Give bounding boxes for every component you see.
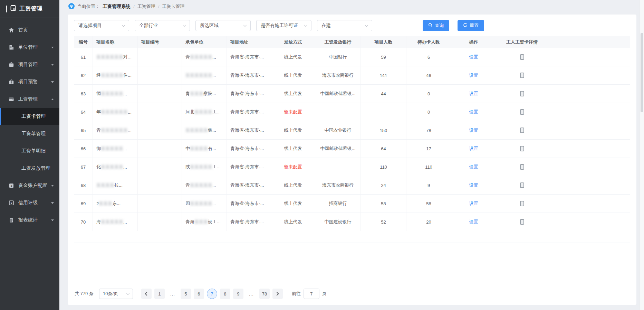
scrollbar-thumb[interactable] [641,33,643,112]
project-name: 海某某某某某... [93,213,138,231]
pay-bank [315,158,361,176]
page-button[interactable]: 7 [207,289,217,299]
credit-rating-icon: ¥ [8,200,14,206]
page-button[interactable]: 78 [259,289,270,299]
sidebar-item-fund-account[interactable]: ¥ 资金账户配置 [0,177,59,194]
settings-link[interactable]: 设置 [469,164,478,170]
project-name-redacted: 某某某某某 [101,91,123,97]
project-name: 循某某某某某... [93,85,138,103]
pending-card-count: 78 [406,121,451,139]
page-button[interactable]: 8 [220,289,230,299]
region-select[interactable]: 所选区域 [195,20,251,31]
settings-link[interactable]: 设置 [469,54,478,60]
status-select[interactable]: 在建 [317,20,372,31]
row-number: 70 [74,213,93,231]
prev-page-button[interactable] [141,289,152,299]
content-card: 请选择项目 全部行业 所选区域 是否有施工许可证 在建 [68,15,636,305]
contractor: 某某某某某集... [182,121,227,139]
card-detail-icon[interactable] [520,146,524,151]
search-button[interactable]: 查询 [423,20,449,31]
contractor: 陕某某某某某工... [182,158,227,176]
actions-cell: 设置 [451,48,496,66]
pay-method: 暂未配置 [271,158,315,176]
card-detail-icon[interactable] [520,54,524,60]
sub-item-label: 工资卡管理 [21,113,46,120]
sidebar-item-payroll-mgmt[interactable]: 工资单管理 [0,125,59,142]
refresh-icon [463,23,468,28]
project-name-clear: 化 [96,164,101,170]
settings-link[interactable]: 设置 [469,91,478,97]
goto-page-input[interactable] [304,289,319,299]
vertical-scrollbar [640,0,644,310]
pending-card-count: 9 [406,176,451,194]
report-icon [8,217,14,223]
filler-cell [548,66,630,84]
pending-card-count: 0 [406,103,451,121]
contractor-clear: 四 [185,200,190,207]
project-code [138,140,182,158]
card-detail-icon[interactable] [520,128,524,133]
permit-select[interactable]: 是否有施工许可证 [256,20,311,31]
project-name-redacted: 某某某某某某 [101,109,128,115]
sidebar-item-wage-card-mgmt[interactable]: 工资卡管理 [0,108,59,125]
worker-card-detail-cell [496,103,548,121]
page-button[interactable]: 1 [154,289,165,299]
industry-select[interactable]: 全部行业 [135,20,190,31]
worker-card-detail-cell [496,158,548,176]
settings-link[interactable]: 设置 [469,182,478,188]
sidebar-item-label: 报表统计 [18,217,51,223]
sidebar-item-projects[interactable]: 项目管理 [0,56,59,73]
page-ellipsis: ... [167,289,178,299]
actions-cell: 设置 [451,121,496,139]
sidebar-item-label: 工资管理 [18,96,51,102]
sidebar-item-wage-issue-mgmt[interactable]: 工资发放管理 [0,160,59,177]
sidebar-item-wages[interactable]: 工资管理 [0,91,59,108]
sidebar-item-label: 首页 [18,27,54,33]
card-detail-icon[interactable] [520,73,524,78]
project-select[interactable]: 请选择项目 [74,20,129,31]
settings-link[interactable]: 设置 [469,200,478,207]
breadcrumb-item[interactable]: 工资卡管理 [162,3,184,10]
breadcrumb-root[interactable]: 工资管理系统 [103,3,131,10]
project-name-suffix: ... [123,165,127,170]
table-empty-strip [74,231,630,243]
breadcrumb-item[interactable]: 工资管理 [137,3,155,10]
sidebar-item-payroll-detail[interactable]: 工资单明细 [0,142,59,160]
sidebar-item-project-alerts[interactable]: 项目预警 [0,73,59,91]
settings-link[interactable]: 设置 [469,219,478,225]
card-detail-icon[interactable] [520,164,524,170]
settings-link[interactable]: 设置 [469,72,478,78]
next-page-button[interactable] [272,289,283,299]
card-detail-icon[interactable] [520,182,524,188]
contractor-redacted: 某某某 [190,91,203,97]
settings-link[interactable]: 设置 [469,109,478,115]
worker-card-detail-cell [496,176,548,194]
page-button[interactable]: 6 [194,289,204,299]
page-size-select[interactable]: 10条/页 [99,289,133,299]
project-code [138,176,182,194]
chevron-down-icon [126,292,129,295]
sidebar-item-home[interactable]: 首页 [0,21,59,39]
filler-cell [548,85,630,103]
pending-card-count: 17 [406,140,451,158]
card-detail-icon[interactable] [520,109,524,115]
sidebar-item-credit-rating[interactable]: ¥ 信用评级 [0,194,59,212]
reset-button[interactable]: 重置 [458,20,484,31]
card-detail-icon[interactable] [520,201,524,206]
page-button[interactable]: 9 [233,289,243,299]
project-code [138,158,182,176]
contractor-suffix: 工... [212,109,221,115]
project-headcount: 64 [361,140,406,158]
card-detail-icon[interactable] [520,91,524,96]
project-headcount: 52 [361,213,406,231]
card-detail-icon[interactable] [520,219,524,225]
page-button[interactable]: 5 [181,289,191,299]
sidebar-item-label: 资金账户配置 [18,182,51,189]
settings-link[interactable]: 设置 [469,127,478,133]
project-name-suffix: 东... [112,200,121,207]
worker-card-detail-cell [496,85,548,103]
actions-cell: 设置 [451,140,496,158]
sidebar-item-units[interactable]: 单位管理 [0,39,59,56]
sidebar-item-reports[interactable]: 报表统计 [0,212,59,229]
settings-link[interactable]: 设置 [469,145,478,152]
